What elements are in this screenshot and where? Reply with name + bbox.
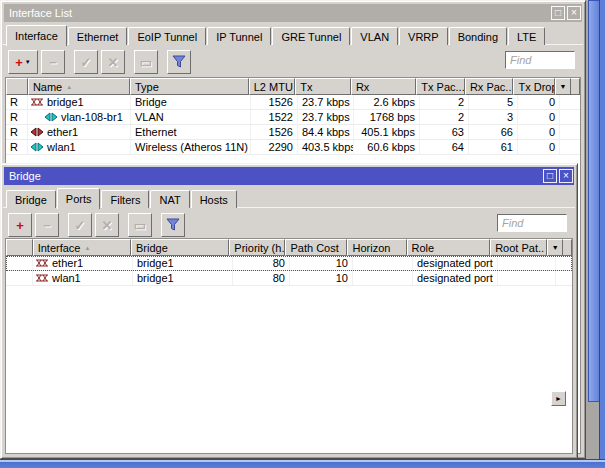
row-interface: wlan1 bbox=[33, 271, 133, 285]
chevron-down-icon: ▼ bbox=[25, 59, 31, 65]
interface-column-header[interactable]: Interface▲ bbox=[33, 239, 131, 256]
bridge-table-header: Interface▲ Bridge Priority (h... Path Co… bbox=[6, 239, 572, 256]
tab-hosts[interactable]: Hosts bbox=[191, 190, 237, 208]
table-row[interactable]: R ether1 Ethernet 1526 84.4 kbps 405.1 k… bbox=[6, 125, 580, 140]
rx-column-header[interactable]: Rx bbox=[351, 78, 416, 95]
remove-icon: − bbox=[49, 56, 57, 69]
bridge-window: Bridge □ × Bridge Ports Filters NAT Host… bbox=[0, 163, 578, 459]
name-column-header[interactable]: Name▲ bbox=[28, 78, 130, 95]
disable-button[interactable]: ✕ bbox=[101, 50, 125, 74]
row-name: wlan1 bbox=[28, 140, 131, 154]
add-icon: + bbox=[16, 219, 24, 232]
row-flag: R bbox=[6, 95, 28, 109]
window-frame-bottom bbox=[0, 459, 605, 468]
tab-eoip-tunnel[interactable]: EoIP Tunnel bbox=[128, 27, 206, 45]
tab-interface[interactable]: Interface bbox=[6, 25, 67, 46]
scroll-right-button[interactable]: ► bbox=[551, 391, 566, 406]
priority-column-header[interactable]: Priority (h... bbox=[229, 239, 285, 256]
tx-packet-column-header[interactable]: Tx Pac... bbox=[416, 78, 465, 95]
comment-icon: ▭ bbox=[134, 219, 146, 232]
sort-asc-icon: ▲ bbox=[66, 84, 72, 90]
table-row[interactable]: R vlan-108-br1 VLAN 1522 23.7 kbps 1768 … bbox=[6, 110, 580, 125]
tab-ip-tunnel[interactable]: IP Tunnel bbox=[207, 27, 271, 45]
filter-button[interactable] bbox=[167, 50, 191, 74]
window-frame-right bbox=[599, 0, 605, 468]
winbox-workspace: Interface List □ × Interface Ethernet Eo… bbox=[0, 0, 605, 468]
row-flag bbox=[6, 256, 33, 270]
flags-column-header[interactable] bbox=[6, 78, 28, 95]
row-name: bridge1 bbox=[28, 95, 131, 109]
bridge-toolbar: + − ✓ ✕ ▭ bbox=[3, 208, 575, 240]
add-icon: + bbox=[15, 56, 23, 69]
tab-vrrp[interactable]: VRRP bbox=[399, 27, 448, 45]
table-row[interactable]: wlan1 bridge1 80 10 designated port bbox=[6, 271, 572, 286]
row-name: ether1 bbox=[28, 125, 131, 139]
disable-button[interactable]: ✕ bbox=[95, 213, 119, 237]
root-path-column-header[interactable]: Root Pat.. bbox=[490, 239, 547, 256]
add-button[interactable]: + bbox=[8, 213, 32, 237]
interface-list-toolbar: + ▼ − ✓ ✕ ▭ bbox=[3, 45, 583, 77]
tab-ports[interactable]: Ports bbox=[57, 188, 101, 209]
type-column-header[interactable]: Type bbox=[130, 78, 249, 95]
find-input[interactable] bbox=[505, 51, 575, 69]
comment-button[interactable]: ▭ bbox=[134, 50, 158, 74]
tab-vlan[interactable]: VLAN bbox=[351, 27, 398, 45]
tab-bridge[interactable]: Bridge bbox=[6, 190, 56, 208]
table-row[interactable]: R wlan1 Wireless (Atheros 11N) 2290 403.… bbox=[6, 140, 580, 155]
bridge-titlebar[interactable]: Bridge □ × bbox=[4, 167, 574, 185]
tx-drops-column-header[interactable]: Tx Drops bbox=[513, 78, 555, 95]
add-button[interactable]: + ▼ bbox=[8, 50, 38, 74]
check-icon: ✓ bbox=[81, 56, 92, 69]
rx-packet-column-header[interactable]: Rx Pac... bbox=[465, 78, 514, 95]
row-interface: ether1 bbox=[33, 256, 133, 270]
remove-button[interactable]: − bbox=[35, 213, 59, 237]
filter-button[interactable] bbox=[161, 213, 185, 237]
interface-table-header: Name▲ Type L2 MTU Tx Rx Tx Pac... Rx Pac… bbox=[6, 78, 580, 95]
path-cost-column-header[interactable]: Path Cost bbox=[285, 239, 347, 256]
tab-ethernet[interactable]: Ethernet bbox=[68, 27, 128, 45]
tab-nat[interactable]: NAT bbox=[150, 190, 189, 208]
maximize-icon[interactable]: □ bbox=[543, 169, 557, 183]
column-chooser-button[interactable]: ▼ bbox=[555, 78, 571, 95]
enable-button[interactable]: ✓ bbox=[74, 50, 98, 74]
bridge-port-icon bbox=[35, 258, 49, 268]
tab-bonding[interactable]: Bonding bbox=[449, 27, 507, 45]
bridge-icon bbox=[30, 97, 44, 107]
role-column-header[interactable]: Role bbox=[407, 239, 491, 256]
row-type: Ethernet bbox=[131, 125, 251, 139]
row-type: Wireless (Atheros 11N) bbox=[131, 140, 251, 154]
l2mtu-column-header[interactable]: L2 MTU bbox=[249, 78, 296, 95]
flags-column-header[interactable] bbox=[6, 239, 33, 256]
wlan-icon bbox=[30, 142, 44, 152]
bridge-tabs: Bridge Ports Filters NAT Hosts bbox=[3, 186, 575, 208]
filter-funnel-icon bbox=[172, 55, 186, 69]
interface-list-titlebar[interactable]: Interface List □ × bbox=[4, 4, 582, 22]
find-input[interactable] bbox=[497, 214, 567, 232]
close-icon[interactable]: × bbox=[567, 6, 581, 20]
tx-column-header[interactable]: Tx bbox=[295, 78, 351, 95]
cross-icon: ✕ bbox=[102, 219, 113, 232]
bridge-port-icon bbox=[35, 273, 49, 283]
bridge-column-header[interactable]: Bridge bbox=[131, 239, 229, 256]
row-flag: R bbox=[6, 110, 28, 124]
vlan-icon bbox=[44, 112, 58, 122]
table-row[interactable]: R bridge1 Bridge 1526 23.7 kbps 2.6 kbps… bbox=[6, 95, 580, 110]
close-icon[interactable]: × bbox=[559, 169, 573, 183]
row-flag bbox=[6, 271, 33, 285]
comment-button[interactable]: ▭ bbox=[128, 213, 152, 237]
enable-button[interactable]: ✓ bbox=[68, 213, 92, 237]
row-flag: R bbox=[6, 125, 28, 139]
row-name: vlan-108-br1 bbox=[28, 110, 131, 124]
tab-lte[interactable]: LTE bbox=[508, 27, 545, 45]
tab-filters[interactable]: Filters bbox=[101, 190, 149, 208]
table-row[interactable]: ether1 bridge1 80 10 designated port bbox=[6, 256, 572, 271]
remove-icon: − bbox=[43, 219, 51, 232]
interface-list-tabs: Interface Ethernet EoIP Tunnel IP Tunnel… bbox=[3, 23, 583, 45]
maximize-icon[interactable]: □ bbox=[551, 6, 565, 20]
horizon-column-header[interactable]: Horizon bbox=[347, 239, 406, 256]
tab-gre-tunnel[interactable]: GRE Tunnel bbox=[272, 27, 350, 45]
bridge-ports-table: Interface▲ Bridge Priority (h... Path Co… bbox=[5, 238, 573, 454]
remove-button[interactable]: − bbox=[41, 50, 65, 74]
column-chooser-button[interactable]: ▼ bbox=[547, 239, 563, 256]
comment-icon: ▭ bbox=[140, 56, 152, 69]
